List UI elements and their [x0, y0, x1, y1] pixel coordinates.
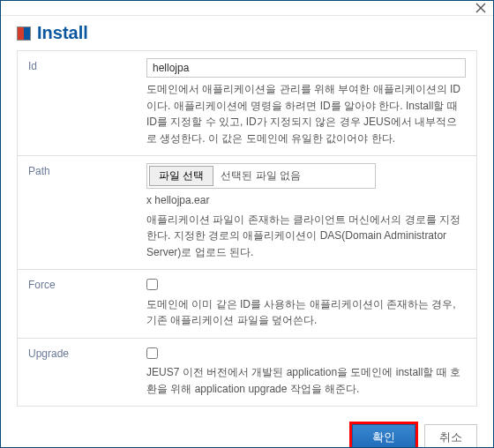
upgrade-desc: JEUS7 이전 버전에서 개발된 application을 도메인에 inst…	[146, 364, 466, 397]
label-force: Force	[18, 270, 141, 337]
close-icon	[475, 3, 486, 13]
label-upgrade: Upgrade	[18, 339, 141, 406]
path-desc: 애플리케이션 파일이 존재하는 클라이언트 머신에서의 경로를 지정한다. 지정…	[146, 212, 466, 261]
close-button[interactable]	[474, 1, 488, 15]
file-status: 선택된 파일 없음	[221, 168, 301, 184]
row-force: Force 도메인에 이미 같은 ID를 사용하는 애플리케이션이 존재하는 경…	[18, 270, 476, 338]
value-upgrade: JEUS7 이전 버전에서 개발된 application을 도메인에 inst…	[141, 339, 476, 406]
row-path: Path 파일 선택 선택된 파일 없음 x hellojpa.ear 애플리케…	[18, 156, 476, 270]
row-id: Id 도메인에서 애플리케이션을 관리를 위해 부여한 애플리케이션의 ID이다…	[18, 51, 476, 156]
force-checkbox[interactable]	[146, 279, 158, 290]
dialog-buttons: 확인 취소	[1, 415, 493, 448]
id-desc: 도메인에서 애플리케이션을 관리를 위해 부여한 애플리케이션의 ID이다. 애…	[146, 81, 466, 146]
value-path: 파일 선택 선택된 파일 없음 x hellojpa.ear 애플리케이션 파일…	[141, 156, 476, 269]
file-picker: 파일 선택 선택된 파일 없음	[146, 163, 376, 189]
id-input[interactable]	[146, 58, 466, 78]
dialog-header: Install	[1, 16, 493, 50]
dialog-title: Install	[37, 23, 88, 43]
label-id: Id	[18, 51, 141, 155]
file-select-button[interactable]: 파일 선택	[149, 166, 213, 186]
current-file: x hellojpa.ear	[146, 192, 466, 209]
value-id: 도메인에서 애플리케이션을 관리를 위해 부여한 애플리케이션의 ID이다. 애…	[141, 51, 476, 155]
titlebar	[1, 1, 493, 16]
install-icon	[17, 26, 31, 41]
cancel-button[interactable]: 취소	[424, 424, 477, 448]
dialog-content: Id 도메인에서 애플리케이션을 관리를 위해 부여한 애플리케이션의 ID이다…	[1, 50, 493, 415]
row-upgrade: Upgrade JEUS7 이전 버전에서 개발된 application을 도…	[18, 339, 476, 406]
force-desc: 도메인에 이미 같은 ID를 사용하는 애플리케이션이 존재하는 경우, 기존 …	[146, 296, 466, 329]
label-path: Path	[18, 156, 141, 269]
upgrade-checkbox[interactable]	[146, 347, 158, 359]
value-force: 도메인에 이미 같은 ID를 사용하는 애플리케이션이 존재하는 경우, 기존 …	[141, 270, 476, 337]
ok-button[interactable]: 확인	[352, 424, 415, 448]
form-panel: Id 도메인에서 애플리케이션을 관리를 위해 부여한 애플리케이션의 ID이다…	[17, 50, 477, 407]
